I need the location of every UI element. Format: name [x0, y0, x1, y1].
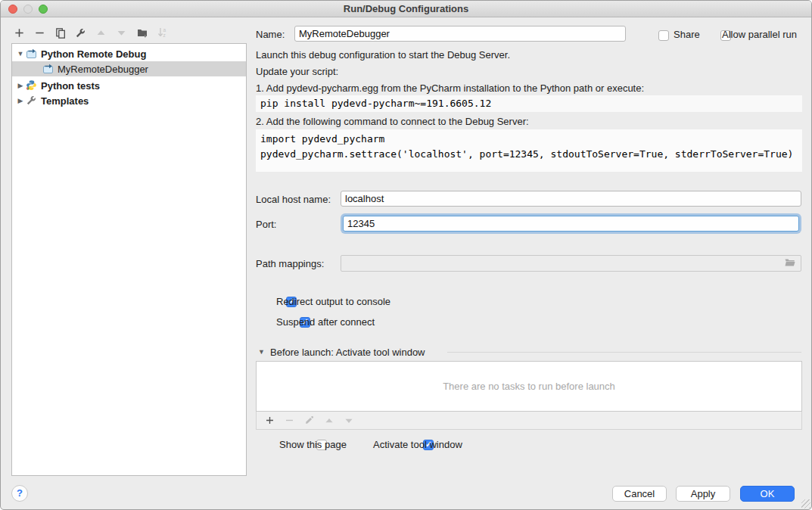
code-line-import: import pydevd_pycharm [260, 132, 798, 147]
templates-wrench-icon [26, 95, 38, 107]
tree-item-python-remote-debug[interactable]: ▼ Python Remote Debug [12, 46, 246, 61]
arrow-up-icon [96, 28, 106, 38]
step1-text: 1. Add pydevd-pycharm.egg from the PyCha… [256, 82, 644, 94]
path-mappings-field[interactable] [341, 255, 801, 272]
name-label: Name: [256, 29, 285, 40]
configurations-toolbar: az [13, 23, 247, 42]
title-bar: Run/Debug Configurations [1, 1, 811, 17]
tree-item-templates[interactable]: ▶ Templates [12, 93, 246, 108]
run-debug-configurations-dialog: Run/Debug Configurations az ▼ [0, 0, 812, 510]
local-host-name-input[interactable] [341, 191, 801, 207]
name-input[interactable] [294, 26, 626, 42]
empty-task-text: There are no tasks to run before launch [443, 381, 615, 392]
intro-text: Launch this debug configuration to start… [256, 49, 510, 61]
tree-item-label: Templates [41, 95, 89, 107]
run-config-icon [42, 63, 54, 75]
add-task-button[interactable] [264, 415, 275, 426]
chevron-collapsed-icon[interactable]: ▶ [15, 82, 26, 89]
before-launch-title: Before launch: Activate tool window [270, 347, 425, 358]
folder-add-icon [136, 26, 148, 39]
port-label: Port: [256, 219, 276, 230]
plus-icon [14, 27, 25, 39]
browse-button[interactable] [780, 257, 800, 270]
arrow-down-icon [117, 28, 126, 38]
arrow-up-icon [325, 416, 334, 425]
resize-grip[interactable] [801, 499, 810, 508]
show-this-page-label: Show this page [279, 439, 347, 450]
edit-templates-button[interactable] [74, 26, 87, 39]
run-config-icon [26, 48, 38, 60]
local-host-name-label: Local host name: [256, 194, 331, 205]
copy-icon [54, 27, 66, 39]
python-tests-icon [26, 79, 38, 92]
cancel-button[interactable]: Cancel [612, 486, 667, 502]
tree-item-label: Python Remote Debug [41, 48, 146, 60]
move-up-button [95, 26, 107, 39]
chevron-collapsed-icon[interactable]: ▶ [15, 97, 26, 104]
redirect-output-label: Redirect output to console [276, 296, 390, 307]
move-down-button [115, 26, 128, 39]
help-button[interactable]: ? [11, 485, 28, 502]
tree-item-myremotedebugger[interactable]: MyRemoteDebugger [12, 61, 246, 76]
tree-item-label: Python tests [41, 80, 100, 92]
new-folder-button[interactable] [135, 26, 148, 39]
tree-item-label: MyRemoteDebugger [58, 64, 148, 75]
sort-configurations-button: az [156, 26, 169, 39]
before-launch-collapse-icon[interactable]: ▼ [258, 348, 265, 356]
move-task-down-button [343, 415, 354, 426]
settrace-code-block: import pydevd_pycharm pydevd_pycharm.set… [256, 129, 802, 172]
allow-parallel-run-label: Allow parallel run [722, 29, 797, 40]
plus-icon [265, 415, 275, 425]
window-title: Run/Debug Configurations [1, 1, 811, 17]
edit-task-button [303, 415, 315, 426]
open-folder-icon [784, 257, 796, 270]
remove-task-button [284, 415, 295, 426]
arrow-down-icon [344, 416, 353, 425]
code-line-settrace: pydevd_pycharm.settrace('localhost', por… [260, 147, 798, 162]
pencil-icon [304, 415, 314, 425]
move-task-up-button [323, 415, 334, 426]
wrench-icon [75, 27, 86, 39]
activate-tool-window-label: Activate tool window [373, 439, 462, 450]
suspend-after-connect-label: Suspend after connect [276, 316, 375, 328]
step2-text: 2. Add the following command to connect … [256, 116, 529, 127]
minus-icon [34, 27, 45, 39]
svg-text:a: a [163, 27, 166, 33]
pip-install-code: pip install pydevd-pycharm~=191.6605.12 [256, 95, 802, 112]
share-label: Share [674, 29, 700, 40]
chevron-expanded-icon[interactable]: ▼ [15, 50, 26, 58]
configurations-tree: ▼ Python Remote Debug MyRemoteDebugger ▶… [11, 43, 247, 476]
before-launch-toolbar [256, 412, 802, 430]
add-configuration-button[interactable] [13, 26, 26, 39]
tree-item-python-tests[interactable]: ▶ Python tests [12, 78, 246, 93]
section-divider [447, 352, 801, 353]
svg-text:z: z [163, 33, 165, 38]
port-input[interactable] [343, 216, 799, 232]
remove-configuration-button[interactable] [33, 26, 46, 39]
share-checkbox[interactable] [658, 30, 669, 41]
copy-configuration-button[interactable] [54, 26, 67, 39]
minus-icon [285, 415, 294, 425]
apply-button[interactable]: Apply [676, 486, 730, 502]
update-script-text: Update your script: [256, 66, 338, 77]
ok-button[interactable]: OK [740, 486, 795, 502]
path-mappings-label: Path mappings: [256, 258, 324, 269]
before-launch-task-list[interactable]: There are no tasks to run before launch [256, 361, 802, 412]
sort-az-icon: az [157, 26, 169, 39]
